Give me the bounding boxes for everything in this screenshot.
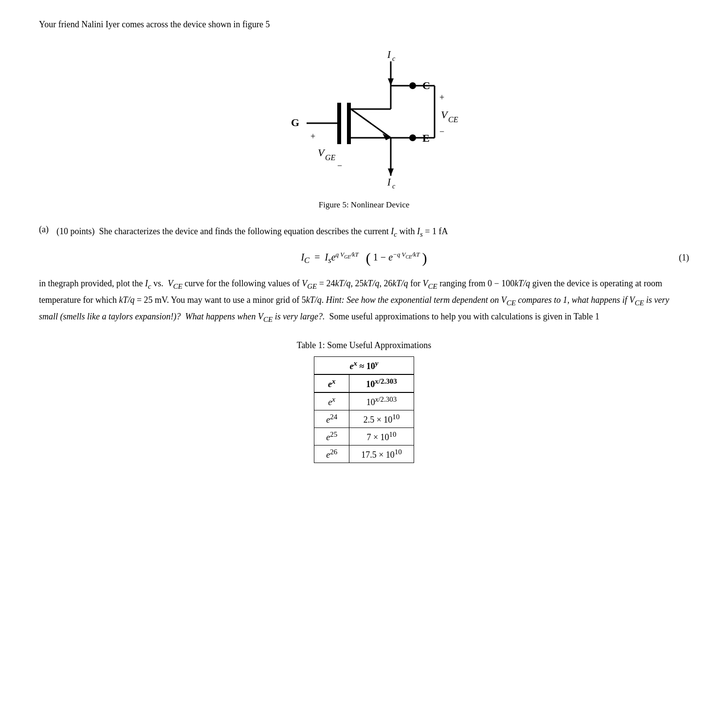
table-cell: 17.5 × 1010 <box>349 445 414 463</box>
table-cell: 7 × 1010 <box>349 427 414 445</box>
intro-text: Your friend Nalini Iyer comes across the… <box>39 19 689 30</box>
svg-rect-10 <box>347 103 351 144</box>
svg-text:−: − <box>337 161 342 170</box>
circuit-diagram: I c C G <box>262 39 466 195</box>
svg-text:GE: GE <box>325 153 336 162</box>
table-row: e25 7 × 1010 <box>314 427 414 445</box>
table-cell: e26 <box>314 445 349 463</box>
table-section: Table 1: Some Useful Approximations ex ≈… <box>39 340 689 463</box>
figure-container: I c C G <box>39 39 689 210</box>
figure-caption: Figure 5: Nonlinear Device <box>319 200 409 210</box>
body-text-1: in the­graph provided, plot the Ic vs. V… <box>39 276 689 326</box>
svg-text:−: − <box>439 127 444 136</box>
col1-header: ex <box>314 374 349 392</box>
svg-text:+: + <box>310 131 315 141</box>
table-row: e26 17.5 × 1010 <box>314 445 414 463</box>
table-cell: e24 <box>314 410 349 427</box>
part-a-header: (a) (10 points) She characterizes the de… <box>39 224 689 240</box>
svg-text:+: + <box>439 93 444 102</box>
part-a-description: (10 points) She characterizes the device… <box>56 224 448 240</box>
svg-text:c: c <box>392 55 396 62</box>
svg-marker-3 <box>388 78 394 86</box>
svg-rect-9 <box>337 103 341 144</box>
svg-marker-20 <box>388 168 394 176</box>
svg-text:V: V <box>318 147 326 159</box>
table-cell: 2.5 × 1010 <box>349 410 414 427</box>
svg-text:I: I <box>387 177 391 187</box>
svg-line-14 <box>351 109 391 138</box>
svg-text:CE: CE <box>448 115 458 124</box>
table-header: ex ≈ 10y <box>314 356 414 374</box>
table-row: ex 10x/2.303 <box>314 392 414 410</box>
col2-header: 10x/2.303 <box>349 374 414 392</box>
svg-text:I: I <box>387 49 391 60</box>
svg-text:G: G <box>291 116 299 129</box>
approx-table: ex ≈ 10y ex 10x/2.303 ex 10x/2.303 e24 2… <box>314 356 414 463</box>
svg-text:c: c <box>392 183 396 190</box>
part-a-section: (a) (10 points) She characterizes the de… <box>39 224 689 463</box>
equation-number: (1) <box>679 253 689 263</box>
table-cell: e25 <box>314 427 349 445</box>
table-cell: 10x/2.303 <box>349 392 414 410</box>
table-row: e24 2.5 × 1010 <box>314 410 414 427</box>
equation-1-row: IC = Iseq VGE/kT ( 1 − e−q VCE/kT ) (1) <box>39 250 689 266</box>
table-title: Table 1: Some Useful Approximations <box>297 340 432 351</box>
table-cell: ex <box>314 392 349 410</box>
part-label: (a) <box>39 224 49 240</box>
svg-text:V: V <box>441 109 449 121</box>
equation-1: IC = Iseq VGE/kT ( 1 − e−q VCE/kT ) <box>301 250 427 266</box>
